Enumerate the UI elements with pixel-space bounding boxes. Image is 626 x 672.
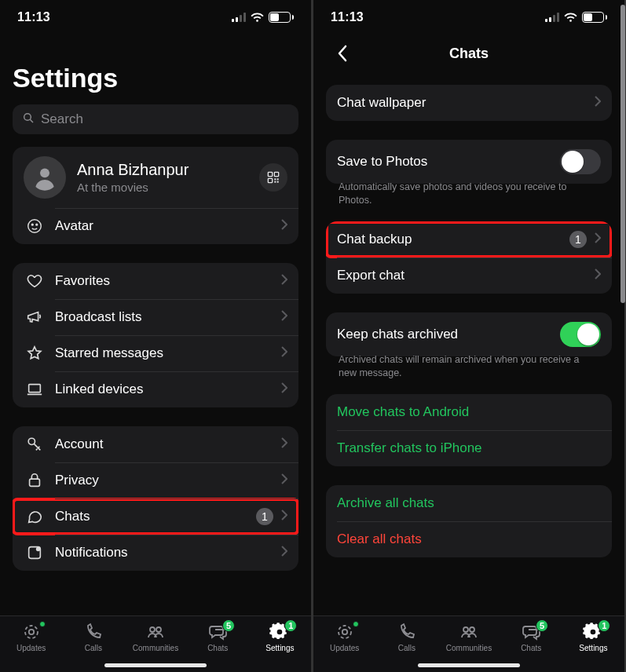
tab-updates[interactable]: Updates xyxy=(0,623,62,652)
row-label: Export chat xyxy=(337,268,595,283)
status-bar: 11:13 44 xyxy=(313,0,624,35)
svg-point-2 xyxy=(40,168,49,177)
notifications-row[interactable]: Notifications xyxy=(13,535,298,571)
tab-calls[interactable]: Calls xyxy=(62,623,124,652)
updates-icon xyxy=(21,623,42,641)
tab-chats[interactable]: 5 Chats xyxy=(500,623,562,652)
starred-row[interactable]: Starred messages xyxy=(13,335,298,371)
badge: 1 xyxy=(569,231,587,248)
tab-settings[interactable]: 1 Settings xyxy=(562,623,624,652)
chat-wallpaper-row[interactable]: Chat wallpaper xyxy=(326,85,612,121)
cellular-icon xyxy=(545,13,559,22)
chevron-right-icon xyxy=(281,346,287,360)
dot-badge xyxy=(353,621,359,627)
tab-label: Chats xyxy=(521,644,541,652)
backup-group: Chat backup 1 Export chat xyxy=(326,221,612,294)
tab-chats[interactable]: 5 Chats xyxy=(187,623,249,652)
tab-communities[interactable]: Communities xyxy=(437,623,500,652)
tab-settings[interactable]: 1 Settings xyxy=(249,623,311,652)
phone-icon xyxy=(397,623,417,641)
search-input[interactable]: Search xyxy=(13,104,298,134)
tab-calls[interactable]: Calls xyxy=(375,623,437,652)
row-label: Clear all chats xyxy=(337,531,601,547)
tab-communities[interactable]: Communities xyxy=(124,623,186,652)
svg-rect-6 xyxy=(274,178,276,180)
svg-point-18 xyxy=(25,626,38,638)
save-to-photos-row[interactable]: Save to Photos xyxy=(326,140,612,184)
chevron-right-icon xyxy=(281,437,287,451)
account-group: Account Privacy Chats 1 Notifications xyxy=(13,426,298,571)
home-indicator[interactable] xyxy=(418,663,520,667)
chats-row[interactable]: Chats 1 xyxy=(13,499,298,535)
back-button[interactable] xyxy=(326,35,357,72)
svg-point-19 xyxy=(28,630,33,634)
tab-label: Calls xyxy=(398,644,416,652)
tab-label: Updates xyxy=(16,644,46,652)
row-label: Broadcast lists xyxy=(55,309,281,325)
chevron-right-icon xyxy=(281,382,287,396)
chevron-right-icon xyxy=(281,509,287,524)
heart-icon xyxy=(24,272,46,290)
tab-label: Calls xyxy=(85,644,102,652)
tab-label: Updates xyxy=(330,644,359,652)
svg-rect-8 xyxy=(274,181,276,183)
chevron-right-icon xyxy=(595,96,601,110)
battery-icon: 44 xyxy=(269,12,294,23)
svg-point-21 xyxy=(156,627,161,632)
broadcast-row[interactable]: Broadcast lists xyxy=(13,299,298,335)
row-label: Archive all chats xyxy=(337,495,601,511)
svg-point-17 xyxy=(36,547,41,552)
row-label: Chat backup xyxy=(337,232,569,247)
privacy-row[interactable]: Privacy xyxy=(13,462,298,499)
badge: 5 xyxy=(536,619,548,632)
row-label: Favorites xyxy=(55,273,281,289)
export-chat-row[interactable]: Export chat xyxy=(326,257,612,294)
favorites-row[interactable]: Favorites xyxy=(13,263,298,299)
transfer-iphone-row[interactable]: Transfer chats to iPhone xyxy=(326,430,612,466)
dot-badge xyxy=(39,621,46,627)
chevron-right-icon xyxy=(281,219,287,233)
scrollbar-thumb[interactable] xyxy=(621,5,625,303)
row-label: Transfer chats to iPhone xyxy=(337,440,601,456)
chevron-right-icon xyxy=(281,546,287,560)
svg-rect-7 xyxy=(277,178,279,180)
chevron-right-icon xyxy=(281,473,287,488)
archive-all-row[interactable]: Archive all chats xyxy=(326,485,612,521)
profile-group: Anna Bizhanpur At the movies Avatar xyxy=(13,147,298,244)
clock: 11:13 xyxy=(331,10,364,24)
avatar xyxy=(24,156,66,199)
key-icon xyxy=(24,436,46,453)
account-row[interactable]: Account xyxy=(13,426,298,462)
tab-updates[interactable]: Updates xyxy=(313,623,375,652)
svg-rect-3 xyxy=(268,172,272,176)
svg-point-10 xyxy=(28,220,42,233)
save-photos-toggle[interactable] xyxy=(560,149,601,174)
keep-archived-toggle[interactable] xyxy=(560,322,601,347)
profile-row[interactable]: Anna Bizhanpur At the movies xyxy=(13,147,298,208)
tab-label: Settings xyxy=(579,644,607,652)
row-label: Move chats to Android xyxy=(337,404,601,420)
row-label: Chats xyxy=(55,509,256,524)
tab-label: Settings xyxy=(265,644,294,652)
chat-backup-row[interactable]: Chat backup 1 xyxy=(326,221,612,257)
move-android-row[interactable]: Move chats to Android xyxy=(326,394,612,430)
chevron-right-icon xyxy=(595,268,601,283)
profile-status: At the movies xyxy=(77,181,248,194)
favorites-group: Favorites Broadcast lists Starred messag… xyxy=(13,263,298,407)
svg-point-22 xyxy=(339,626,351,638)
clock: 11:13 xyxy=(17,10,50,24)
badge: 1 xyxy=(284,619,297,632)
nav-title: Chats xyxy=(449,46,489,62)
clear-all-row[interactable]: Clear all chats xyxy=(326,521,612,557)
laptop-icon xyxy=(24,381,46,398)
phone-icon xyxy=(83,623,104,641)
search-icon xyxy=(22,111,35,128)
page-scrollbar[interactable] xyxy=(620,0,626,672)
keep-archived-row[interactable]: Keep chats archived xyxy=(326,312,612,356)
tab-label: Communities xyxy=(446,644,492,652)
qr-button[interactable] xyxy=(259,163,287,192)
avatar-row[interactable]: Avatar xyxy=(13,208,298,244)
linked-devices-row[interactable]: Linked devices xyxy=(13,371,298,407)
svg-point-11 xyxy=(31,224,33,225)
home-indicator[interactable] xyxy=(104,663,207,667)
